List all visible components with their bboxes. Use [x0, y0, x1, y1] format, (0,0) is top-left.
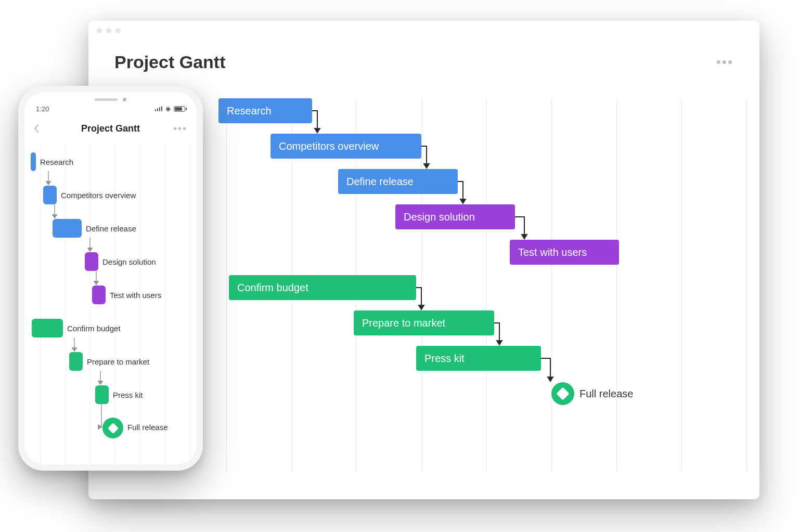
status-icons: ◉ [155, 105, 186, 112]
gantt-bar-label: Define release [86, 219, 136, 238]
phone-notch [87, 97, 134, 101]
back-button[interactable] [34, 118, 39, 139]
gantt-gridline [616, 98, 617, 473]
gantt-gridline [190, 144, 190, 464]
gantt-gridline [140, 144, 140, 464]
gantt-bar-label: Test with users [110, 286, 161, 304]
gantt-bar-press[interactable]: Press kit [416, 346, 541, 371]
gantt-gridline [421, 98, 422, 473]
milestone-release[interactable] [551, 382, 574, 405]
diamond-icon [556, 387, 569, 400]
milestone-label: Full release [579, 381, 633, 406]
gantt-bar-design[interactable] [85, 252, 98, 271]
gantt-bar-research[interactable]: Research [218, 98, 312, 123]
phone-title: Project Gantt [81, 123, 140, 134]
gantt-bar-label: Press kit [113, 385, 143, 404]
status-bar: 1:20 ◉ [24, 103, 197, 114]
diamond-icon [107, 422, 118, 433]
window-min-dot[interactable] [106, 28, 111, 33]
gantt-bar-test[interactable]: Test with users [510, 240, 619, 265]
status-time: 1:20 [36, 105, 49, 113]
page-title: Project Gantt [114, 52, 225, 72]
gantt-bar-label: Competitors overview [61, 186, 136, 204]
milestone-release[interactable] [102, 418, 123, 438]
gantt-bar-label: Confirm budget [67, 319, 121, 338]
phone-header: Project Gantt ••• [24, 118, 197, 139]
gantt-chart-mobile: ResearchCompetitors overviewDefine relea… [24, 144, 197, 464]
gantt-bar-press[interactable] [95, 385, 109, 404]
more-menu-button[interactable]: ••• [716, 54, 733, 70]
gantt-bar-research[interactable] [31, 152, 36, 171]
phone-screen: 1:20 ◉ Project Gantt ••• ResearchCompeti… [24, 92, 197, 464]
gantt-gridline [746, 98, 747, 473]
chevron-left-icon [34, 124, 39, 133]
gantt-bar-market[interactable] [69, 352, 83, 371]
phone-frame: 1:20 ◉ Project Gantt ••• ResearchCompeti… [18, 86, 203, 471]
gantt-gridline [551, 98, 552, 473]
window-traffic-lights[interactable] [97, 28, 121, 33]
gantt-gridline [486, 98, 487, 473]
gantt-bar-competitors[interactable] [43, 186, 57, 204]
gantt-gridline [226, 98, 227, 473]
gantt-bar-market[interactable]: Prepare to market [354, 310, 494, 335]
desktop-header: Project Gantt ••• [88, 21, 759, 83]
gantt-bar-budget[interactable] [32, 319, 63, 338]
wifi-icon: ◉ [165, 105, 171, 112]
gantt-bar-design[interactable]: Design solution [395, 204, 515, 229]
milestone-label: Full release [127, 418, 168, 436]
cell-signal-icon [155, 106, 163, 111]
window-max-dot[interactable] [115, 28, 121, 33]
gantt-gridline [165, 144, 165, 464]
gantt-bar-define[interactable] [53, 219, 82, 238]
gantt-bar-budget[interactable]: Confirm budget [229, 275, 416, 300]
battery-icon [174, 106, 185, 112]
gantt-gridline [40, 144, 41, 464]
gantt-bar-competitors[interactable]: Competitors overview [270, 134, 421, 159]
gantt-gridline [681, 98, 682, 473]
gantt-bar-test[interactable] [92, 286, 106, 304]
gantt-bar-define[interactable]: Define release [338, 169, 458, 194]
window-close-dot[interactable] [97, 28, 102, 33]
gantt-bar-label: Research [40, 152, 73, 171]
gantt-bar-label: Prepare to market [87, 352, 149, 371]
gantt-bar-label: Design solution [102, 252, 156, 271]
phone-more-button[interactable]: ••• [173, 118, 187, 139]
